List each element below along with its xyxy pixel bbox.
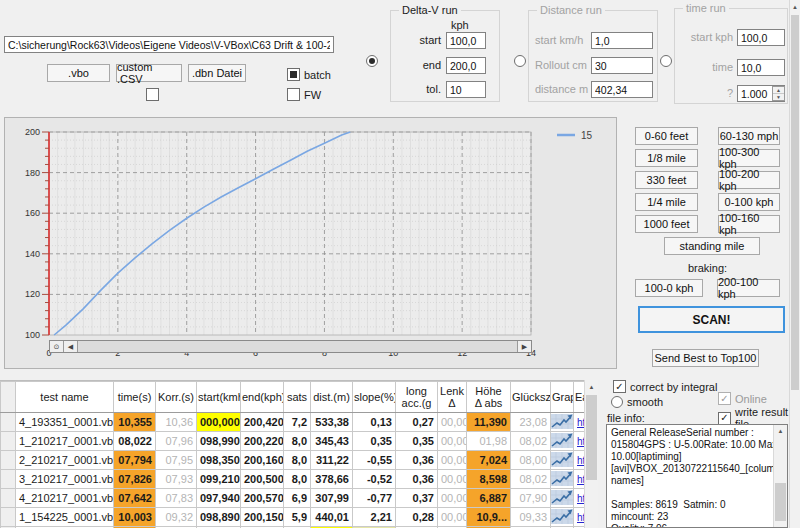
custom-csv-button[interactable]: custom .CSV [116, 64, 182, 82]
btn-1-4-mile[interactable]: 1/4 mile [635, 193, 698, 211]
btn-330-feet[interactable]: 330 feet [635, 171, 698, 189]
table-cell[interactable] [1, 413, 16, 432]
correct-by-integral-checkbox[interactable]: ✓ correct by integral [613, 380, 717, 393]
table-cell[interactable]: -0,77 [353, 489, 396, 508]
col-header-sats[interactable]: sats [284, 382, 311, 413]
table-row[interactable]: 1_154225_0001.vbo10,00309,32098,890200,1… [1, 508, 585, 527]
table-cell[interactable]: 08,02 [511, 432, 551, 451]
table-cell[interactable]: 08,00 [511, 451, 551, 470]
table-cell[interactable] [1, 489, 16, 508]
result-link[interactable]: ht [574, 413, 585, 432]
btn-100-0-kph[interactable]: 100-0 kph [635, 279, 703, 297]
table-cell[interactable] [1, 432, 16, 451]
table-cell[interactable]: 00,00 [438, 413, 467, 432]
table-cell[interactable]: 00,00 [438, 470, 467, 489]
online-checkbox[interactable]: ✓ Online [718, 392, 767, 405]
table-cell[interactable]: 8,0 [284, 451, 311, 470]
result-link[interactable]: ht [574, 432, 585, 451]
delta-v-end-input[interactable] [446, 57, 486, 74]
table-cell[interactable]: 07,826 [114, 470, 156, 489]
btn-100-160-kph[interactable]: 100-160 kph [718, 215, 780, 233]
table-cell[interactable]: 311,22 [311, 451, 353, 470]
table-cell[interactable]: 097,940 [197, 489, 241, 508]
table-cell[interactable]: 1_210217_0001.vbo [16, 432, 114, 451]
window-scrollbar-thumb[interactable] [791, 15, 799, 390]
window-scrollbar[interactable]: ▲ [789, 0, 800, 528]
table-cell[interactable]: 200,220 [241, 432, 284, 451]
col-header-time[interactable]: time(s) [114, 382, 156, 413]
table-cell[interactable]: 5,9 [284, 508, 311, 527]
table-cell[interactable]: -0,55 [353, 451, 396, 470]
smooth-radio-circle[interactable] [611, 396, 623, 408]
table-cell[interactable]: 01,98 [467, 432, 511, 451]
fw-checkbox[interactable]: FW [287, 88, 321, 101]
table-cell[interactable]: 0,36 [396, 451, 438, 470]
col-header-slope[interactable]: slope(%) [353, 382, 396, 413]
fw-checkbox-box[interactable] [287, 88, 300, 101]
table-cell[interactable]: 200,150 [241, 508, 284, 527]
table-cell[interactable]: 8,598 [467, 470, 511, 489]
batch-checkbox-box[interactable] [287, 68, 300, 81]
table-cell[interactable]: 09,33 [511, 508, 551, 527]
table-cell[interactable] [1, 508, 16, 527]
col-header-dist[interactable]: dist.(m) [311, 382, 353, 413]
col-header-glueck[interactable]: Glücksza [511, 382, 551, 413]
table-cell[interactable]: 8,0 [284, 432, 311, 451]
btn-1-8-mile[interactable]: 1/8 mile [635, 149, 698, 167]
table-row[interactable]: 1_210217_0001.vbo08,02207,96098,990200,2… [1, 432, 585, 451]
table-cell[interactable]: 10,355 [114, 413, 156, 432]
col-header-longacc[interactable]: long acc.(g [396, 382, 438, 413]
table-cell[interactable]: 440,01 [311, 508, 353, 527]
table-cell[interactable]: 6,887 [467, 489, 511, 508]
table-cell[interactable]: 098,990 [197, 432, 241, 451]
table-cell[interactable]: 07,794 [114, 451, 156, 470]
btn-100-300-kph[interactable]: 100-300 kph [718, 149, 780, 167]
result-link[interactable]: ht [574, 489, 585, 508]
table-cell[interactable]: 07,93 [156, 470, 197, 489]
table-cell[interactable]: 4_193351_0001.vbo [16, 413, 114, 432]
batch-checkbox[interactable]: batch [287, 68, 331, 81]
table-cell[interactable]: 00,00 [438, 489, 467, 508]
table-cell[interactable]: 0,35 [353, 432, 396, 451]
window-scrollbar-up-icon[interactable]: ▲ [790, 0, 800, 14]
table-cell[interactable] [1, 470, 16, 489]
table-cell[interactable]: 0,13 [353, 413, 396, 432]
table-cell[interactable]: 0,27 [396, 413, 438, 432]
file-info-scrollbar-thumb[interactable] [775, 483, 786, 521]
table-row[interactable]: 3_210217_0001.vbo07,82607,93099,210200,5… [1, 470, 585, 489]
table-row[interactable]: 4_193351_0001.vbo10,35510,36000,000200,4… [1, 413, 585, 432]
btn-200-100-kph[interactable]: 200-100 kph [717, 279, 780, 297]
send-best-to-top100-button[interactable]: Send Best to Top100 [652, 349, 759, 367]
time-input[interactable] [737, 59, 785, 76]
table-row[interactable]: 2_210217_0001.vbo07,79407,95098,350200,1… [1, 451, 585, 470]
chart-horizontal-scrollbar[interactable]: ⊙ ◀ ▶ [49, 340, 532, 353]
col-header-end[interactable]: end(kph) [241, 382, 284, 413]
table-cell[interactable]: 200,570 [241, 489, 284, 508]
file-info-scrollbar[interactable]: ▲ [773, 425, 787, 527]
btn-1000-feet[interactable]: 1000 feet [635, 215, 698, 233]
table-cell[interactable]: 08,02 [511, 470, 551, 489]
table-cell[interactable]: 8,0 [284, 470, 311, 489]
table-cell[interactable]: 200,420 [241, 413, 284, 432]
btn-0-60-feet[interactable]: 0-60 feet [635, 127, 698, 145]
table-cell[interactable]: 345,43 [311, 432, 353, 451]
distance-start-input[interactable] [591, 32, 653, 49]
dbn-datei-button[interactable]: .dbn Datei [188, 64, 246, 82]
table-cell[interactable]: 7,024 [467, 451, 511, 470]
table-cell[interactable]: 10,36 [156, 413, 197, 432]
q-spinner[interactable]: ▲ ▼ [772, 86, 785, 101]
table-cell[interactable]: 0,36 [396, 470, 438, 489]
smooth-radio[interactable]: smooth [611, 396, 663, 408]
col-header-lenk[interactable]: Lenk Δ [438, 382, 467, 413]
table-cell[interactable]: 09,32 [156, 508, 197, 527]
col-header-sel[interactable] [1, 382, 16, 413]
table-cell[interactable]: 200,160 [241, 451, 284, 470]
csv-option-checkbox-box[interactable] [146, 88, 159, 101]
table-scrollbar[interactable]: ▲ [584, 380, 598, 528]
graph-cell[interactable] [551, 489, 574, 508]
graph-cell[interactable] [551, 508, 574, 527]
table-cell[interactable]: 11,390 [467, 413, 511, 432]
table-cell[interactable]: 07,96 [156, 432, 197, 451]
table-cell[interactable]: 00,00 [438, 508, 467, 527]
btn-0-100-kph[interactable]: 0-100 kph [718, 193, 780, 211]
